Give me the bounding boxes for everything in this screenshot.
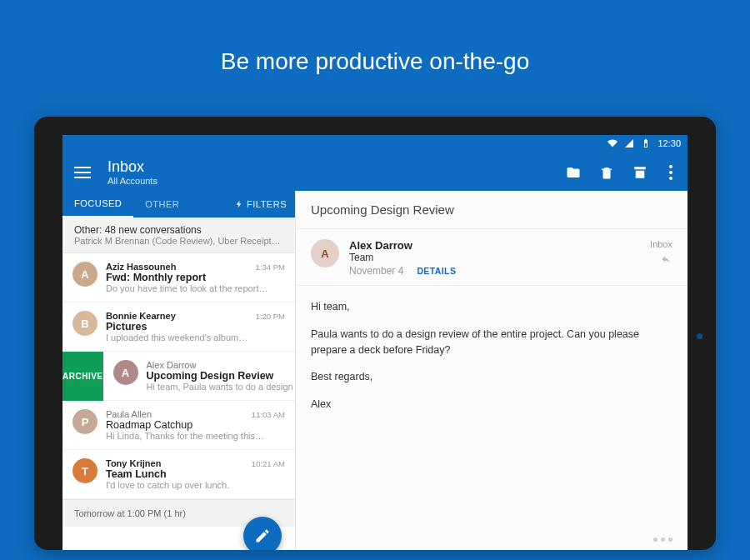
- reader-footer: [296, 529, 688, 550]
- list-item-preview: Hi team, Paula wants to do a design revi…: [147, 382, 295, 392]
- other-summary-preview: Patrick M Brennan (Code Review), Uber Re…: [74, 236, 283, 246]
- folder-badge: Inbox: [650, 239, 672, 249]
- list-item[interactable]: B Bonnie Kearney1:20 PM Pictures I uploa…: [62, 302, 295, 352]
- avatar: T: [72, 458, 98, 483]
- mail-list[interactable]: A Aziz Hassouneh1:34 PM Fwd: Monthly rep…: [62, 253, 295, 550]
- details-button[interactable]: DETAILS: [417, 266, 456, 276]
- reply-icon[interactable]: [659, 252, 672, 268]
- list-item[interactable]: T Tony Krijnen10:21 AM Team Lunch I'd lo…: [62, 450, 295, 499]
- tab-focused[interactable]: FOCUSED: [62, 191, 133, 218]
- message-list-pane: FOCUSED OTHER FILTERS Other: 48 new conv…: [62, 191, 296, 550]
- list-item-subject: Team Lunch: [106, 468, 285, 480]
- reader-date: November 4: [349, 265, 403, 277]
- reader-body: Hi team, Paula wants to do a design revi…: [296, 286, 688, 438]
- reader-from: Alex Darrow: [349, 239, 640, 252]
- list-item-time: 11:03 AM: [252, 410, 285, 419]
- android-status-bar: 12:30: [62, 135, 688, 152]
- tablet-screen: 12:30 Inbox All Accounts FOCUSED OTHE: [62, 135, 688, 550]
- reader-to: Team: [349, 252, 640, 263]
- app-bar-subtitle: All Accounts: [108, 176, 566, 186]
- filters-button[interactable]: FILTERS: [235, 199, 295, 209]
- status-time: 12:30: [658, 138, 681, 148]
- other-summary-strip[interactable]: Other: 48 new conversations Patrick M Br…: [62, 218, 295, 253]
- archive-swipe-action[interactable]: ARCHIVE: [62, 352, 103, 401]
- marketing-headline: Be more productive on-the-go: [221, 48, 529, 75]
- swiped-row: ARCHIVE A Alex Darrow Upcoming Design Re…: [62, 352, 295, 401]
- body-greeting: Hi team,: [311, 299, 672, 315]
- app-bar-title: Inbox: [108, 158, 566, 176]
- avatar: A: [113, 360, 138, 385]
- list-item[interactable]: A Alex Darrow Upcoming Design Review Hi …: [103, 352, 295, 401]
- reader-header: A Alex Darrow Team November 4 DETAILS In…: [296, 229, 688, 286]
- body-paragraph: Paula wants to do a design review of the…: [311, 327, 672, 358]
- app-bar-titles: Inbox All Accounts: [108, 158, 566, 186]
- tab-other[interactable]: OTHER: [133, 192, 191, 217]
- list-item-preview: Hi Linda, Thanks for the meeting this…: [106, 431, 285, 441]
- list-item-subject: Roadmap Catchup: [106, 419, 285, 431]
- app-bar: Inbox All Accounts: [62, 152, 688, 191]
- more-actions-icon[interactable]: [653, 538, 672, 542]
- list-item-subject: Upcoming Design Review: [147, 370, 295, 382]
- compose-icon: [254, 528, 271, 544]
- compose-fab[interactable]: [243, 517, 282, 550]
- lightning-icon: [235, 199, 243, 209]
- avatar: B: [72, 311, 98, 336]
- list-item-subject: Pictures: [106, 321, 285, 332]
- body-closing: Best regards,: [311, 369, 672, 385]
- body-signature: Alex: [311, 397, 672, 412]
- list-item-time: 10:21 AM: [252, 459, 285, 468]
- wifi-icon: [608, 138, 618, 148]
- reader-avatar: A: [311, 239, 339, 268]
- overflow-menu-icon[interactable]: [666, 165, 676, 180]
- list-item-preview: I'd love to catch up over lunch.: [106, 480, 285, 490]
- list-item-from: Bonnie Kearney: [106, 311, 176, 321]
- archive-icon[interactable]: [632, 165, 648, 180]
- list-item-from: Tony Krijnen: [106, 458, 161, 468]
- inbox-tabs: FOCUSED OTHER FILTERS: [62, 191, 295, 218]
- list-item-time: 1:34 PM: [256, 262, 285, 272]
- list-item-time: 1:20 PM: [256, 312, 285, 321]
- list-item-from: Alex Darrow: [147, 360, 197, 370]
- list-item-from: Paula Allen: [106, 409, 152, 419]
- other-summary-title: Other: 48 new conversations: [74, 224, 283, 236]
- tablet-device-frame: 12:30 Inbox All Accounts FOCUSED OTHE: [34, 117, 716, 550]
- list-item-preview: Do you have time to look at the report…: [106, 283, 285, 293]
- folder-icon[interactable]: [566, 165, 581, 180]
- list-item[interactable]: A Aziz Hassouneh1:34 PM Fwd: Monthly rep…: [62, 253, 295, 302]
- avatar: P: [72, 409, 98, 434]
- list-item[interactable]: P Paula Allen11:03 AM Roadmap Catchup Hi…: [62, 401, 295, 450]
- app-bar-actions: [566, 165, 676, 180]
- list-item-subject: Fwd: Monthly report: [106, 272, 285, 283]
- cell-signal-icon: [624, 138, 634, 148]
- avatar: A: [72, 262, 98, 287]
- split-view: FOCUSED OTHER FILTERS Other: 48 new conv…: [62, 191, 688, 550]
- reader-pane: Upcoming Design Review A Alex Darrow Tea…: [296, 191, 688, 550]
- reader-subject: Upcoming Design Review: [296, 191, 688, 229]
- trash-icon[interactable]: [599, 165, 614, 180]
- tablet-camera: [697, 333, 702, 339]
- hamburger-menu-icon[interactable]: [74, 167, 91, 178]
- list-item-from: Aziz Hassouneh: [106, 262, 176, 272]
- list-item-preview: I uploaded this weekend's album…: [106, 332, 285, 342]
- filters-label: FILTERS: [247, 199, 287, 209]
- battery-icon: [641, 138, 651, 148]
